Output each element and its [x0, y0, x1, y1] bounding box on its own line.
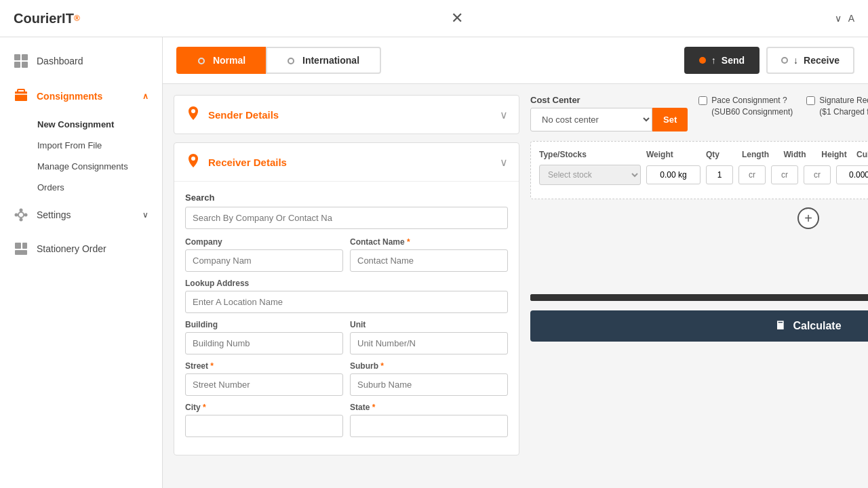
- right-panel: Cost Center No cost center Set P: [530, 95, 868, 464]
- unit-label: Unit: [350, 320, 508, 329]
- cost-center-label: Cost Center: [530, 95, 688, 105]
- svg-rect-14: [15, 250, 27, 255]
- sender-chevron: ∨: [500, 108, 508, 121]
- checkbox-options: Pace Consignment ? (SUB60 Consignment) S…: [698, 95, 868, 118]
- pace-checkbox[interactable]: [698, 96, 707, 105]
- consignments-label: Consignments: [37, 91, 102, 102]
- city-label: City *: [185, 403, 343, 412]
- svg-point-15: [191, 109, 195, 113]
- svg-point-9: [24, 214, 28, 217]
- send-button[interactable]: ↑ Send: [684, 47, 760, 74]
- street-label: Street *: [185, 361, 343, 371]
- sidebar-item-manage-consignments[interactable]: Manage Consignments: [37, 156, 162, 177]
- receiver-title: Receiver Details: [208, 157, 493, 168]
- search-label: Search: [185, 192, 508, 203]
- consignments-chevron: ∧: [142, 92, 149, 101]
- col-header-cubic: Cubic M.: [856, 150, 868, 159]
- col-header-weight: Weight: [646, 150, 701, 159]
- logo: CourierIT®: [14, 11, 80, 26]
- cost-center-input-row: No cost center Set: [530, 108, 688, 131]
- contact-input[interactable]: [350, 249, 508, 272]
- pace-consignment-group: Pace Consignment ? (SUB60 Consignment): [698, 95, 793, 118]
- sender-icon: [185, 105, 201, 124]
- cost-center-select[interactable]: No cost center: [530, 108, 652, 131]
- stock-type-select[interactable]: Select stock: [539, 165, 641, 185]
- settings-chevron: ∨: [142, 210, 149, 220]
- summary-section: 1 Package Total Actual Weight 0.00 kg: [530, 239, 868, 286]
- street-input[interactable]: [185, 373, 343, 396]
- sidebar: Dashboard Consignments ∧ New Consignment…: [0, 37, 163, 488]
- length-input[interactable]: [738, 165, 766, 184]
- sidebar-item-orders[interactable]: Orders: [37, 177, 162, 198]
- send-radio-dot: [699, 57, 706, 64]
- progress-bar: [530, 294, 868, 301]
- weight-input[interactable]: [646, 165, 701, 184]
- receiver-icon: [185, 152, 201, 171]
- signature-checkbox[interactable]: [806, 96, 815, 105]
- pace-text: Pace Consignment ? (SUB60 Consignment): [711, 95, 793, 118]
- street-suburb-row: Street * Suburb *: [185, 361, 508, 396]
- receive-button[interactable]: ↓ Receive: [766, 47, 854, 74]
- building-label: Building: [185, 320, 343, 329]
- cost-center-row: Cost Center No cost center Set P: [530, 95, 868, 131]
- calculate-button[interactable]: 🖩 Calculate: [530, 310, 868, 342]
- stock-table-container: Type/Stocks Weight Qty Length Width Heig…: [530, 141, 868, 199]
- close-button[interactable]: ✕: [451, 9, 463, 27]
- left-panel: Sender Details ∨ Receiver Details: [174, 95, 519, 464]
- company-input[interactable]: [185, 249, 343, 272]
- cubic-input[interactable]: [836, 165, 868, 184]
- tab-international[interactable]: International: [266, 47, 381, 74]
- svg-rect-12: [15, 243, 21, 249]
- state-label: State *: [350, 403, 508, 412]
- top-bar: CourierIT® ✕ ∨ A: [0, 0, 868, 37]
- suburb-label: Suburb *: [350, 361, 508, 371]
- signature-text: Signature Required ? ($1 Charged for eac…: [819, 95, 868, 118]
- city-state-row: City * State *: [185, 403, 508, 437]
- user-initial: A: [848, 13, 854, 24]
- sidebar-item-new-consignment[interactable]: New Consignment: [37, 114, 162, 135]
- sidebar-item-dashboard[interactable]: Dashboard: [0, 44, 162, 78]
- unit-input[interactable]: [350, 332, 508, 354]
- sidebar-item-settings[interactable]: Settings ∨: [0, 198, 162, 232]
- add-package-section: +: [530, 207, 868, 229]
- receiver-details-header[interactable]: Receiver Details ∨: [174, 143, 519, 181]
- col-header-type: Type/Stocks: [539, 150, 641, 159]
- add-package-button[interactable]: +: [797, 207, 819, 229]
- building-unit-row: Building Unit: [185, 320, 508, 354]
- qty-input[interactable]: [706, 165, 733, 184]
- receive-arrow-icon: ↓: [793, 55, 798, 66]
- form-area: Sender Details ∨ Receiver Details: [163, 84, 868, 474]
- city-input[interactable]: [185, 415, 343, 437]
- consignments-submenu: New Consignment Import From File Manage …: [0, 114, 162, 198]
- contact-group: Contact Name *: [350, 237, 508, 272]
- width-input[interactable]: [771, 165, 798, 184]
- set-button[interactable]: Set: [652, 108, 688, 131]
- logo-text: CourierIT: [14, 11, 74, 26]
- lookup-input[interactable]: [185, 291, 508, 313]
- logo-superscript: ®: [74, 14, 80, 23]
- search-input[interactable]: [185, 207, 508, 229]
- company-group: Company: [185, 237, 343, 272]
- suburb-input[interactable]: [350, 373, 508, 396]
- sidebar-consignments-toggle[interactable]: Consignments ∧: [0, 78, 162, 114]
- sidebar-item-stationery-order[interactable]: Stationery Order: [0, 232, 162, 266]
- state-input[interactable]: [350, 415, 508, 437]
- building-input[interactable]: [185, 332, 343, 354]
- height-input[interactable]: [804, 165, 831, 184]
- search-section: Search: [185, 192, 508, 229]
- receiver-form-body: Search Company Contact Name: [174, 181, 519, 455]
- stationery-icon: [14, 241, 28, 256]
- stock-row: Select stock 💾: [539, 165, 868, 185]
- sender-details-header[interactable]: Sender Details ∨: [174, 96, 519, 134]
- send-receive-tabs: ↑ Send ↓ Receive: [684, 47, 854, 74]
- sidebar-item-import-from-file[interactable]: Import From File: [37, 135, 162, 156]
- main-layout: Dashboard Consignments ∧ New Consignment…: [0, 37, 868, 488]
- sender-title: Sender Details: [208, 109, 493, 121]
- tab-normal[interactable]: Normal: [176, 47, 266, 74]
- send-arrow-icon: ↑: [711, 55, 716, 66]
- company-label: Company: [185, 237, 343, 247]
- svg-point-7: [18, 212, 24, 218]
- lookup-group: Lookup Address: [185, 279, 508, 313]
- state-group: State *: [350, 403, 508, 437]
- dashboard-icon: [14, 54, 28, 68]
